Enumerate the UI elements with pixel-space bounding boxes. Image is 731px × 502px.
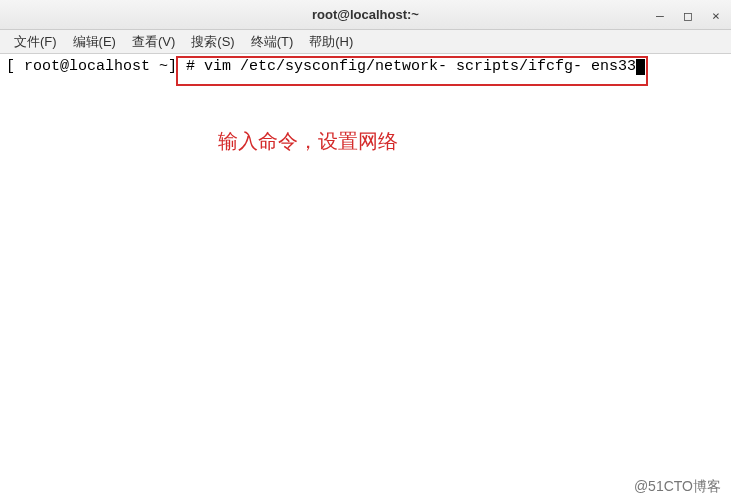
terminal-window: root@localhost:~ — □ × 文件(F) 编辑(E) 查看(V)… (0, 0, 731, 474)
menu-edit[interactable]: 编辑(E) (65, 31, 124, 53)
menu-terminal[interactable]: 终端(T) (243, 31, 302, 53)
titlebar: root@localhost:~ — □ × (0, 0, 731, 30)
command-text: vim /etc/sysconfig/network- scripts/ifcf… (204, 58, 636, 75)
terminal-body[interactable]: [ root@localhost ~] # vim /etc/sysconfig… (0, 54, 731, 474)
minimize-button[interactable]: — (653, 8, 667, 22)
window-controls: — □ × (653, 0, 723, 30)
annotation-text: 输入命令，设置网络 (218, 128, 398, 155)
menu-view[interactable]: 查看(V) (124, 31, 183, 53)
maximize-button[interactable]: □ (681, 8, 695, 22)
window-title: root@localhost:~ (312, 7, 419, 22)
menubar: 文件(F) 编辑(E) 查看(V) 搜索(S) 终端(T) 帮助(H) (0, 30, 731, 54)
shell-prompt: [ root@localhost ~] # (6, 58, 204, 75)
cursor-icon (636, 59, 645, 75)
close-button[interactable]: × (709, 8, 723, 22)
menu-search[interactable]: 搜索(S) (183, 31, 242, 53)
watermark-text: @51CTO博客 (634, 478, 721, 496)
menu-help[interactable]: 帮助(H) (301, 31, 361, 53)
menu-file[interactable]: 文件(F) (6, 31, 65, 53)
